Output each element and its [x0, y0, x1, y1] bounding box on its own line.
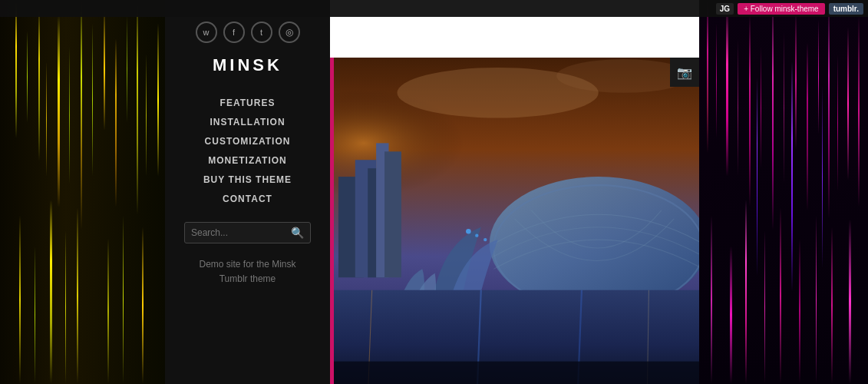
svg-point-18	[484, 238, 487, 241]
svg-rect-8	[384, 151, 401, 277]
nav-contact[interactable]: CONTACT	[223, 190, 272, 208]
nav-customization[interactable]: CUSTOMIZATION	[205, 132, 291, 151]
nav-installation[interactable]: INSTALLATION	[210, 113, 285, 131]
cityscape-image	[330, 58, 699, 384]
main-nav: FEATURES INSTALLATION CUSTOMIZATION MONE…	[165, 94, 330, 208]
nav-monetization[interactable]: MONETIZATION	[208, 151, 286, 170]
top-bar: JG + Follow minsk-theme tumblr.	[0, 0, 868, 17]
facebook-icon[interactable]: f	[223, 22, 245, 43]
right-decorative-strip	[699, 0, 868, 384]
tumblr-badge: tumblr.	[829, 3, 863, 15]
site-description: Demo site for the Minsk Tumblr theme	[199, 257, 295, 286]
nav-buy-theme[interactable]: BUY THIS THEME	[203, 170, 292, 189]
main-content: 📷	[330, 0, 699, 384]
search-button[interactable]: 🔍	[291, 227, 304, 239]
svg-point-16	[466, 229, 471, 234]
jg-badge: JG	[716, 3, 734, 15]
sidebar: w f t ◎ MINSK FEATURES INSTALLATION CUST…	[165, 0, 330, 384]
twitter-icon[interactable]: t	[251, 22, 272, 43]
search-input[interactable]	[191, 227, 291, 238]
social-icons-row: w f t ◎	[196, 22, 300, 43]
rss-icon[interactable]: ◎	[279, 22, 300, 43]
svg-point-17	[475, 233, 478, 237]
camera-icon-overlay[interactable]: 📷	[670, 58, 699, 87]
follow-button[interactable]: + Follow minsk-theme	[738, 3, 825, 15]
search-container: 🔍	[184, 222, 311, 243]
nav-features[interactable]: FEATURES	[220, 94, 276, 112]
photo-area: 📷	[330, 58, 699, 384]
left-decorative-strip	[0, 0, 165, 384]
svg-rect-19	[330, 362, 699, 384]
wordpress-icon[interactable]: w	[196, 22, 217, 43]
site-title: MINSK	[213, 55, 282, 75]
camera-icon: 📷	[677, 65, 692, 80]
pink-left-border	[330, 58, 334, 384]
